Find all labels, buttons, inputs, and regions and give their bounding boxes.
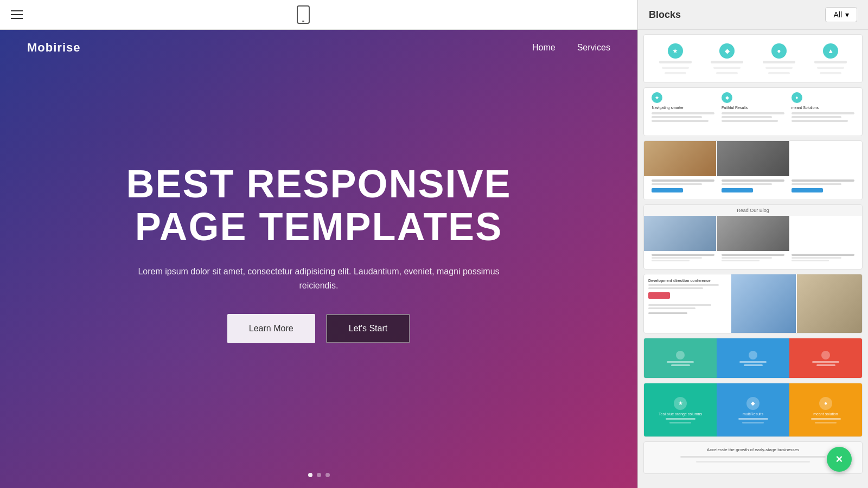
block7-icon1: ★ [674,397,687,410]
toolbar-left [11,10,23,19]
bt5-l4 [648,307,695,309]
block7-icon3-glyph: ● [824,400,827,406]
block2-line1 [652,112,714,114]
block1-line7 [763,61,795,63]
block-thumb-4[interactable]: Read Our Blog [643,204,863,269]
blocks-title: Blocks [649,9,681,21]
learn-more-button[interactable]: Learn More [227,314,315,343]
block2-line4 [722,112,784,114]
block7-line5 [811,418,841,420]
lets-start-button[interactable]: Let's Start [326,314,411,343]
bt3-l3 [722,179,784,182]
chevron-down-icon: ▾ [845,10,849,19]
block3-text-col1 [652,179,714,192]
block-thumb-6[interactable] [643,338,863,378]
block7-col1: ★ Teal blue orange columns [644,383,717,436]
block1-line1 [659,61,692,63]
block-thumb-2[interactable]: ★ Navigating smarter ◆ Faithful Results … [643,87,863,136]
bt5-l1 [648,284,719,286]
blocks-scroll-area[interactable]: ★ ◆ ● ▲ [638,30,868,488]
block5-left: Development direction conference [644,274,731,333]
block1-icon2: ◆ [719,43,735,59]
bt4-l3 [652,260,689,261]
block7-icon2: ◆ [746,397,760,410]
block6-icon2 [749,351,757,359]
block6-line1 [667,361,694,363]
toolbar-center [297,5,310,24]
block-thumb-3[interactable] [643,140,863,200]
block5-title: Development direction conference [648,279,727,282]
bt3-btn3 [792,188,823,192]
close-button[interactable]: × [827,447,852,472]
block6-line6 [816,364,835,366]
block1-line3 [665,72,686,74]
block1-icon3: ● [771,43,787,59]
dot-1[interactable] [308,473,312,477]
block2-icon1: ★ [652,92,662,103]
block7-line1 [666,418,695,420]
block2-title2: Faithful Results [722,106,784,110]
bt5-l5 [648,312,687,314]
block7-line6 [815,422,837,423]
hero-content: BEST RESPONSIVE PAGE TEMPLATES Lorem ips… [0,66,637,473]
mobile-device-icon[interactable] [297,5,310,24]
block3-img2 [717,141,789,176]
block-thumb-5[interactable]: Development direction conference [643,274,863,333]
navbar: Mobirise Home Services [0,30,637,66]
bt4-l2 [652,257,702,259]
block7-line2 [669,422,691,423]
bt4-l5 [722,257,772,259]
block2-line8 [792,116,842,118]
block5-right [731,274,862,333]
block2-col3: ● meant Solutions [792,92,854,122]
block2-col2: ◆ Faithful Results [722,92,784,122]
block7-label2: multiResults [743,412,763,416]
blocks-panel: Blocks All ▾ ★ ◆ ● [637,0,868,488]
block4-col1 [652,254,714,261]
block7-line3 [738,418,768,420]
block7-col2: ◆ multiResults [717,383,789,436]
block6-icon1 [676,351,685,359]
block2-line5 [722,116,772,118]
block3-img1 [644,141,716,176]
carousel-dots [0,473,637,488]
block8-text: Accelerate the growth of early-stage bus… [707,447,799,452]
nav-links: Home Services [532,43,610,53]
block1-col2: ◆ [704,43,750,74]
nav-home[interactable]: Home [532,43,556,53]
bt5-badge [648,292,670,299]
bt3-l1 [652,179,714,182]
block7-label3: meant solution [813,412,838,416]
block1-line4 [711,61,743,63]
block2-line2 [652,116,702,118]
block6-col2 [717,338,789,378]
block4-col3 [792,254,854,261]
dot-3[interactable] [326,473,330,477]
block1-col3: ● [756,43,802,74]
block1-line9 [768,72,790,74]
hamburger-menu[interactable] [11,10,23,19]
bt3-btn2 [722,188,753,192]
brand-name: Mobirise [27,41,80,55]
hero-title: BEST RESPONSIVE PAGE TEMPLATES [126,163,511,248]
block1-line10 [814,61,847,63]
bt3-btn1 [652,188,683,192]
block4-images [644,216,862,251]
block6-line4 [744,364,763,366]
hero-buttons: Learn More Let's Start [227,314,410,343]
blocks-filter-button[interactable]: All ▾ [825,7,857,22]
block-thumb-1[interactable]: ★ ◆ ● ▲ [643,34,863,83]
block6-line2 [671,364,690,366]
bt3-l6 [792,183,842,185]
block3-images [644,141,862,176]
block3-img3 [790,141,862,176]
nav-services[interactable]: Services [577,43,610,53]
dot-2[interactable] [317,473,321,477]
block8-content: Accelerate the growth of early-stage bus… [649,447,857,463]
hero-subtitle: Lorem ipsum dolor sit amet, consectetur … [124,265,514,292]
block-thumb-7[interactable]: ★ Teal blue orange columns ◆ multiResult… [643,383,863,437]
block4-header: Read Our Blog [644,205,862,216]
block2-title3: meant Solutions [792,106,854,110]
block6-icon3 [821,351,830,359]
bt3-l4 [722,183,772,185]
